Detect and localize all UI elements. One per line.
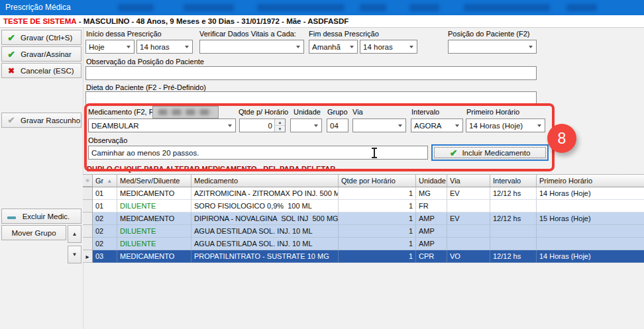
route-select[interactable] — [352, 118, 406, 132]
table-row[interactable]: 01DILUENTESORO FISIOLOGICO 0,9% 100 ML1F… — [83, 200, 644, 212]
save-sign-button-label: Gravar/Assinar — [21, 50, 81, 58]
row-indicator — [83, 212, 93, 225]
column-header-unit[interactable]: Unidade — [416, 175, 447, 187]
patient-diet-label: Dieta do Paciente (F2 - Pré-Definido) — [86, 83, 206, 91]
column-header-first-time[interactable]: Primeiro Horário — [537, 175, 644, 187]
cell-via — [447, 200, 490, 212]
cell-pri: 15 Horas (Hoje) — [537, 212, 644, 225]
chevron-down-icon — [310, 119, 321, 132]
cell-uni: AMP — [416, 212, 447, 225]
save-sign-button[interactable]: ✔ Gravar/Assinar — [1, 46, 81, 62]
qty-per-hour-stepper[interactable]: 0 ▲ ▼ — [239, 118, 286, 132]
table-row[interactable]: 02MEDICAMENTODIPIRONA - NOVALGINA SOL IN… — [83, 212, 644, 225]
table-row[interactable]: 01MEDICAMENTOAZITROMICINA - ZITROMAX PO … — [83, 187, 644, 200]
interval-select[interactable]: AGORA — [411, 118, 463, 132]
cross-icon: ✖ — [2, 66, 21, 75]
column-header-gr[interactable]: Gr ▲ — [93, 175, 117, 187]
spin-down-icon[interactable]: ▼ — [275, 126, 285, 132]
move-up-button[interactable]: ▲ — [68, 225, 81, 243]
cell-med: AGUA DESTILADA SOL. INJ. 10 ML — [191, 238, 339, 250]
window-title: Prescrição Médica — [5, 3, 71, 12]
cancel-button-label: Cancelar (ESC) — [21, 67, 83, 75]
vitals-check-select[interactable] — [199, 40, 304, 54]
check-icon: ✔ — [450, 148, 458, 158]
qty-per-hour-label: Qtde p/ Horário — [239, 108, 288, 116]
text-cursor-icon — [372, 148, 377, 158]
grid-indicator-header: ✳ — [83, 175, 93, 187]
chevron-down-icon — [533, 119, 545, 132]
chevron-down-icon — [451, 119, 462, 132]
column-header-route[interactable]: Via — [447, 175, 490, 187]
start-time-select[interactable]: 14 horas — [136, 40, 193, 54]
cell-qtde: 1 — [339, 212, 416, 225]
cell-int — [490, 238, 537, 250]
row-indicator — [83, 200, 93, 212]
cell-med: PROPATILNITRATO - SUSTRATE 10 MG — [191, 250, 339, 263]
move-down-button[interactable]: ▼ — [68, 246, 81, 263]
group-input[interactable]: 04 — [327, 118, 349, 132]
patient-name: TESTE DE SISTEMA — [3, 17, 77, 25]
medication-select[interactable]: DEAMBULAR — [88, 118, 236, 132]
medication-label: Medicamento (F2, F6) — [88, 108, 160, 116]
chevron-down-icon — [394, 119, 405, 132]
include-medication-button[interactable]: ✔ Incluir Medicamento — [431, 144, 549, 161]
column-header-interval[interactable]: Intervalo — [490, 175, 537, 187]
move-group-button[interactable]: Mover Grupo — [1, 225, 66, 240]
cell-int — [490, 225, 537, 238]
table-row[interactable]: 02DILUENTEAGUA DESTILADA SOL. INJ. 10 ML… — [83, 238, 644, 250]
save-draft-button[interactable]: ✔ Gravar Rascunho — [1, 113, 81, 128]
cell-tipo: DILUENTE — [117, 200, 191, 212]
redacted-text-blob — [158, 109, 213, 115]
row-indicator: ▸ — [83, 250, 93, 263]
patient-position-label: Posição do Paciente (F2) — [448, 30, 530, 38]
spin-up-icon[interactable]: ▲ — [275, 119, 285, 126]
title-bar: Prescrição Médica — [0, 0, 644, 15]
check-icon: ✔ — [2, 32, 21, 43]
delete-medication-button[interactable]: Excluir Medic. — [1, 209, 81, 224]
cell-uni: AMP — [416, 225, 447, 238]
delete-medication-label: Excluir Medic. — [21, 212, 81, 220]
column-header-qty[interactable]: Qtde por Horário — [339, 175, 416, 187]
prescription-window: Prescrição Médica TESTE DE SISTEMA - MAS… — [0, 0, 644, 329]
cell-int: 12/12 hs — [490, 187, 537, 200]
table-row[interactable]: 02DILUENTEAGUA DESTILADA SOL. INJ. 10 ML… — [83, 225, 644, 238]
spinner-buttons[interactable]: ▲ ▼ — [274, 119, 285, 132]
cell-via — [447, 225, 490, 238]
position-observation-input[interactable] — [85, 66, 537, 80]
redacted-text-blob — [118, 4, 154, 11]
cell-med: DIPIRONA - NOVALGINA SOL INJ 500 MG/ML 2 — [191, 212, 339, 225]
cell-pri: 14 Horas (Hoje) — [537, 250, 644, 263]
row-indicator — [83, 225, 93, 238]
patient-position-select[interactable] — [448, 40, 537, 54]
save-draft-button-label: Gravar Rascunho — [21, 117, 89, 124]
cell-qtde: 1 — [339, 225, 416, 238]
cell-uni: MG — [416, 187, 447, 200]
cell-int — [490, 200, 537, 212]
end-time-select[interactable]: 14 horas — [360, 40, 417, 54]
cell-gr: 01 — [93, 187, 117, 200]
annotation-step-badge: 8 — [547, 124, 576, 153]
table-row[interactable]: ▸03MEDICAMENTOPROPATILNITRATO - SUSTRATE… — [83, 250, 644, 263]
save-button-label: Gravar (Ctrl+S) — [21, 34, 81, 42]
cancel-button[interactable]: ✖ Cancelar (ESC) — [1, 63, 81, 78]
cell-tipo: DILUENTE — [117, 225, 191, 238]
cell-tipo: MEDICAMENTO — [117, 250, 191, 263]
patient-diet-input[interactable] — [85, 91, 537, 105]
end-day-select[interactable]: Amanhã — [309, 40, 358, 54]
unit-select[interactable] — [290, 118, 322, 132]
redacted-text-blob — [360, 4, 386, 11]
med-table-body: 01MEDICAMENTOAZITROMICINA - ZITROMAX PO … — [83, 187, 644, 263]
save-button[interactable]: ✔ Gravar (Ctrl+S) — [1, 30, 81, 45]
cell-via: EV — [447, 212, 490, 225]
column-header-type[interactable]: Med/Serv/Diluente — [117, 175, 191, 187]
cell-via: VO — [447, 250, 490, 263]
redacted-button[interactable] — [152, 106, 219, 118]
first-time-select[interactable]: 14 Horas (Hoje) — [466, 118, 545, 132]
observation-input[interactable]: Caminhar ao menos 20 passos. — [88, 146, 428, 160]
cell-pri — [537, 200, 644, 212]
column-header-medication[interactable]: Medicamento — [191, 175, 339, 187]
observation-label: Observação — [88, 136, 127, 144]
start-day-select[interactable]: Hoje — [85, 40, 134, 54]
cell-via — [447, 238, 490, 250]
route-label: Via — [352, 108, 363, 116]
